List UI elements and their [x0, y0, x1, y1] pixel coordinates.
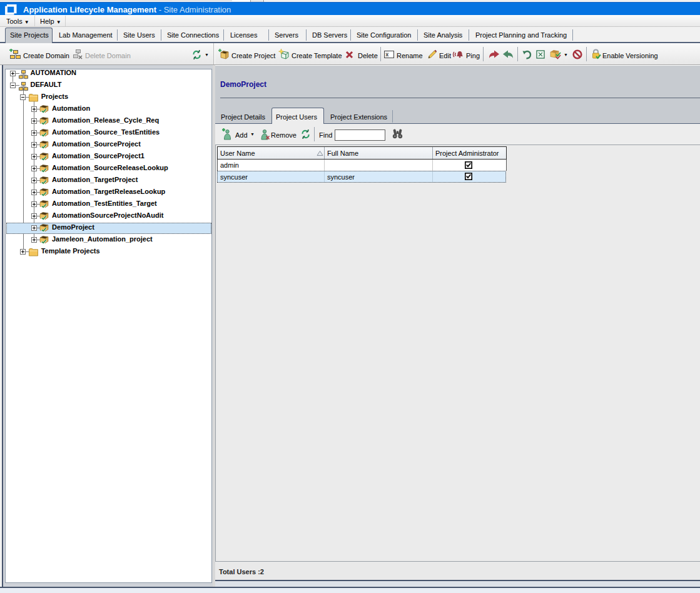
svg-text:x: x — [385, 51, 388, 58]
